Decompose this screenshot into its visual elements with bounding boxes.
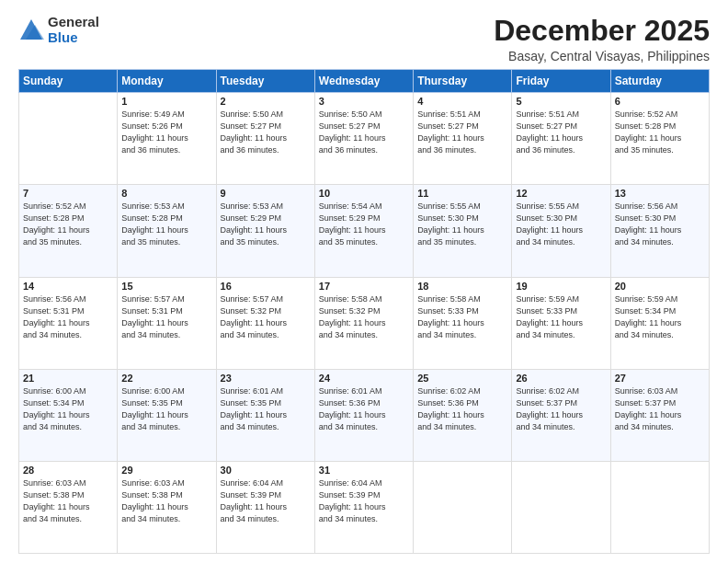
calendar-cell	[19, 93, 118, 185]
day-number: 17	[319, 281, 409, 292]
day-number: 6	[615, 96, 705, 107]
day-number: 1	[121, 96, 211, 107]
logo-general: General	[48, 15, 99, 30]
calendar-cell: 29Sunrise: 6:03 AM Sunset: 5:38 PM Dayli…	[118, 461, 216, 553]
day-info: Sunrise: 5:58 AM Sunset: 5:32 PM Dayligh…	[319, 293, 409, 341]
calendar-cell: 4Sunrise: 5:51 AM Sunset: 5:27 PM Daylig…	[414, 93, 512, 185]
calendar-cell: 1Sunrise: 5:49 AM Sunset: 5:26 PM Daylig…	[118, 93, 216, 185]
day-number: 30	[221, 465, 311, 476]
col-monday: Monday	[118, 70, 216, 93]
day-info: Sunrise: 6:00 AM Sunset: 5:34 PM Dayligh…	[23, 385, 113, 433]
day-number: 4	[417, 96, 507, 107]
calendar-cell: 3Sunrise: 5:50 AM Sunset: 5:27 PM Daylig…	[314, 93, 413, 185]
day-number: 23	[221, 373, 311, 384]
main-title: December 2025	[494, 15, 710, 47]
calendar-cell: 2Sunrise: 5:50 AM Sunset: 5:27 PM Daylig…	[216, 93, 314, 185]
calendar-cell: 16Sunrise: 5:57 AM Sunset: 5:32 PM Dayli…	[216, 277, 314, 369]
col-sunday: Sunday	[19, 70, 118, 93]
day-number: 16	[221, 281, 311, 292]
day-number: 24	[319, 373, 409, 384]
day-info: Sunrise: 6:00 AM Sunset: 5:35 PM Dayligh…	[121, 385, 211, 433]
day-info: Sunrise: 5:51 AM Sunset: 5:27 PM Dayligh…	[417, 109, 507, 156]
day-info: Sunrise: 5:57 AM Sunset: 5:32 PM Dayligh…	[221, 293, 311, 341]
day-number: 3	[319, 96, 409, 107]
day-number: 19	[516, 281, 606, 292]
day-number: 11	[417, 188, 507, 199]
col-friday: Friday	[512, 70, 610, 93]
day-number: 31	[319, 465, 409, 476]
day-number: 8	[121, 188, 211, 199]
col-wednesday: Wednesday	[314, 70, 413, 93]
day-info: Sunrise: 5:49 AM Sunset: 5:26 PM Dayligh…	[121, 109, 211, 156]
calendar-cell: 31Sunrise: 6:04 AM Sunset: 5:39 PM Dayli…	[314, 461, 413, 553]
day-number: 20	[615, 281, 705, 292]
calendar-cell: 8Sunrise: 5:53 AM Sunset: 5:28 PM Daylig…	[118, 185, 216, 277]
day-info: Sunrise: 6:03 AM Sunset: 5:37 PM Dayligh…	[615, 385, 705, 433]
day-number: 26	[516, 373, 606, 384]
calendar-cell: 14Sunrise: 5:56 AM Sunset: 5:31 PM Dayli…	[19, 277, 118, 369]
day-info: Sunrise: 5:58 AM Sunset: 5:33 PM Dayligh…	[417, 293, 507, 341]
calendar-week-3: 14Sunrise: 5:56 AM Sunset: 5:31 PM Dayli…	[19, 277, 710, 369]
day-number: 10	[319, 188, 409, 199]
day-info: Sunrise: 6:01 AM Sunset: 5:36 PM Dayligh…	[319, 385, 409, 433]
day-number: 12	[516, 188, 606, 199]
day-number: 13	[615, 188, 705, 199]
calendar-cell: 18Sunrise: 5:58 AM Sunset: 5:33 PM Dayli…	[414, 277, 512, 369]
day-number: 18	[417, 281, 507, 292]
day-number: 5	[516, 96, 606, 107]
logo-blue: Blue	[48, 30, 99, 46]
logo-icon	[18, 17, 44, 43]
calendar-cell: 26Sunrise: 6:02 AM Sunset: 5:37 PM Dayli…	[512, 369, 610, 461]
day-number: 14	[23, 281, 113, 292]
calendar-cell: 30Sunrise: 6:04 AM Sunset: 5:39 PM Dayli…	[216, 461, 314, 553]
day-number: 2	[221, 96, 311, 107]
day-number: 15	[121, 281, 211, 292]
day-info: Sunrise: 5:59 AM Sunset: 5:34 PM Dayligh…	[615, 293, 705, 341]
day-info: Sunrise: 6:04 AM Sunset: 5:39 PM Dayligh…	[221, 477, 311, 525]
day-info: Sunrise: 5:53 AM Sunset: 5:29 PM Dayligh…	[221, 201, 311, 248]
day-number: 22	[121, 373, 211, 384]
day-info: Sunrise: 5:50 AM Sunset: 5:27 PM Dayligh…	[319, 109, 409, 156]
day-number: 25	[417, 373, 507, 384]
day-info: Sunrise: 5:59 AM Sunset: 5:33 PM Dayligh…	[516, 293, 606, 341]
calendar-cell: 7Sunrise: 5:52 AM Sunset: 5:28 PM Daylig…	[19, 185, 118, 277]
calendar-cell: 6Sunrise: 5:52 AM Sunset: 5:28 PM Daylig…	[610, 93, 709, 185]
calendar-cell: 22Sunrise: 6:00 AM Sunset: 5:35 PM Dayli…	[118, 369, 216, 461]
calendar-cell	[414, 461, 512, 553]
day-info: Sunrise: 5:56 AM Sunset: 5:31 PM Dayligh…	[23, 293, 113, 341]
calendar-cell: 23Sunrise: 6:01 AM Sunset: 5:35 PM Dayli…	[216, 369, 314, 461]
calendar-table: Sunday Monday Tuesday Wednesday Thursday…	[18, 69, 710, 554]
calendar-cell: 28Sunrise: 6:03 AM Sunset: 5:38 PM Dayli…	[19, 461, 118, 553]
calendar-week-1: 1Sunrise: 5:49 AM Sunset: 5:26 PM Daylig…	[19, 93, 710, 185]
day-info: Sunrise: 5:51 AM Sunset: 5:27 PM Dayligh…	[516, 109, 606, 156]
day-number: 21	[23, 373, 113, 384]
day-number: 9	[221, 188, 311, 199]
calendar-cell: 21Sunrise: 6:00 AM Sunset: 5:34 PM Dayli…	[19, 369, 118, 461]
calendar-cell	[512, 461, 610, 553]
day-info: Sunrise: 5:54 AM Sunset: 5:29 PM Dayligh…	[319, 201, 409, 248]
calendar-cell: 25Sunrise: 6:02 AM Sunset: 5:36 PM Dayli…	[414, 369, 512, 461]
col-saturday: Saturday	[610, 70, 709, 93]
calendar-cell: 13Sunrise: 5:56 AM Sunset: 5:30 PM Dayli…	[610, 185, 709, 277]
calendar-cell: 9Sunrise: 5:53 AM Sunset: 5:29 PM Daylig…	[216, 185, 314, 277]
col-thursday: Thursday	[414, 70, 512, 93]
day-info: Sunrise: 6:01 AM Sunset: 5:35 PM Dayligh…	[221, 385, 311, 433]
day-info: Sunrise: 5:53 AM Sunset: 5:28 PM Dayligh…	[121, 201, 211, 248]
calendar-header-row: Sunday Monday Tuesday Wednesday Thursday…	[19, 70, 710, 93]
day-number: 7	[23, 188, 113, 199]
calendar-cell: 19Sunrise: 5:59 AM Sunset: 5:33 PM Dayli…	[512, 277, 610, 369]
subtitle: Basay, Central Visayas, Philippines	[494, 49, 710, 63]
day-info: Sunrise: 5:57 AM Sunset: 5:31 PM Dayligh…	[121, 293, 211, 341]
day-info: Sunrise: 5:55 AM Sunset: 5:30 PM Dayligh…	[516, 201, 606, 248]
day-info: Sunrise: 5:50 AM Sunset: 5:27 PM Dayligh…	[221, 109, 311, 156]
calendar-cell: 10Sunrise: 5:54 AM Sunset: 5:29 PM Dayli…	[314, 185, 413, 277]
col-tuesday: Tuesday	[216, 70, 314, 93]
calendar-cell: 12Sunrise: 5:55 AM Sunset: 5:30 PM Dayli…	[512, 185, 610, 277]
calendar-cell: 17Sunrise: 5:58 AM Sunset: 5:32 PM Dayli…	[314, 277, 413, 369]
calendar-cell: 20Sunrise: 5:59 AM Sunset: 5:34 PM Dayli…	[610, 277, 709, 369]
title-block: December 2025 Basay, Central Visayas, Ph…	[494, 15, 710, 63]
calendar-cell: 15Sunrise: 5:57 AM Sunset: 5:31 PM Dayli…	[118, 277, 216, 369]
day-info: Sunrise: 5:55 AM Sunset: 5:30 PM Dayligh…	[417, 201, 507, 248]
calendar-cell: 24Sunrise: 6:01 AM Sunset: 5:36 PM Dayli…	[314, 369, 413, 461]
calendar-week-5: 28Sunrise: 6:03 AM Sunset: 5:38 PM Dayli…	[19, 461, 710, 553]
